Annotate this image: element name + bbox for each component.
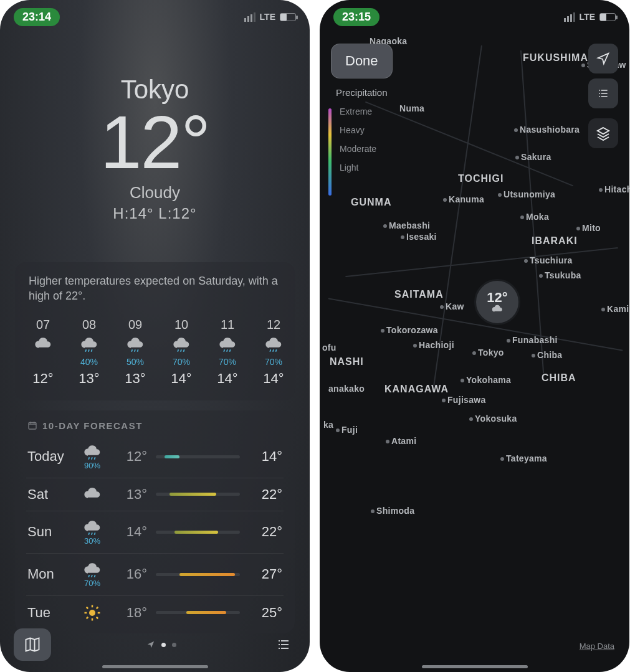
done-button[interactable]: Done [331,44,393,78]
map-city-label[interactable]: Kamisu [601,304,629,314]
weather-app-screen: 23:14 LTE Tokyo 12° Cloudy H:14° L:12° H… [0,0,310,672]
precip-prob: 50% [126,357,144,367]
map-city-label[interactable]: CHIBA [542,372,576,384]
map-city-label[interactable]: Shimoda [371,506,414,516]
location-temp-bubble[interactable]: 12° [474,279,520,325]
list-button[interactable] [271,632,296,657]
map-city-label[interactable]: Hitachi [599,184,629,194]
city-pin-icon [576,227,580,230]
map-city-label[interactable]: FUKUSHIMA [523,52,588,64]
map-city-label[interactable]: Sakura [515,152,551,162]
map-city-label[interactable]: Atami [386,436,416,446]
map-city-label[interactable]: KANAGAWA [384,384,449,395]
bottom-bar [0,628,310,661]
page-dots[interactable] [146,640,176,649]
map-city-label[interactable]: IBARAKI [532,235,578,247]
map-city-label[interactable]: Fuji [336,425,358,435]
forecast-day: Sun [27,524,71,540]
hourly-card[interactable]: Higher temperatures expected on Saturday… [15,262,295,400]
map-city-label[interactable]: Fujisawa [442,395,486,405]
map-city-label[interactable]: Isesaki [401,232,437,242]
forecast-day: Mon [27,566,71,582]
locate-button[interactable] [588,44,618,73]
map-city-label[interactable]: NASHI [330,356,364,367]
hour-cell[interactable]: 07 12° [27,318,59,387]
home-indicator[interactable] [422,665,528,668]
precip-prob: 70% [173,357,190,367]
map-city-label[interactable]: TOCHIGI [458,173,504,184]
map-city-label[interactable]: Nasushiobara [514,125,580,135]
map-city-label[interactable]: Kanuma [443,194,484,204]
hour-temp: 13° [79,371,99,387]
legend-gradient [328,108,332,196]
forecast-row[interactable]: Tue 18° 25° [26,595,284,630]
temp-range-bar [156,493,240,496]
forecast-card[interactable]: 10-DAY FORECAST Today 90% 12° 14°Sat 13°… [15,410,295,633]
map-city-label[interactable]: Tsukuba [539,270,581,280]
map-city-label[interactable]: Utsunomiya [498,189,555,199]
weather-hero: Tokyo 12° Cloudy H:14° L:12° [0,0,310,222]
map-city-label[interactable]: Tsuchiura [524,255,573,265]
map-city-label[interactable]: Numa [399,103,424,113]
cloud-rain-icon [264,336,284,353]
forecast-row[interactable]: Today 90% 12° 14° [26,436,284,478]
forecast-row[interactable]: Sun 30% 14° 22° [26,511,284,553]
map-city-label[interactable]: Tokyo [472,348,504,357]
forecast-row[interactable]: Mon 70% 16° 27° [26,553,284,595]
map-city-label[interactable]: Mito [576,223,601,233]
legend-level: Heavy [340,125,365,135]
hour-cell[interactable]: 11 70% 14° [212,318,243,387]
map-city-label[interactable]: Chiba [532,350,562,360]
map-city-label[interactable]: Hachioji [413,340,454,350]
hour-label: 12 [267,318,280,332]
status-time-pill[interactable]: 23:15 [333,8,379,26]
map-city-label[interactable]: GUNMA [351,197,391,208]
map-city-label[interactable]: Maebashi [383,220,430,230]
map-data-link[interactable]: Map Data [580,641,614,651]
map-city-label[interactable]: Moka [520,212,549,222]
city-pin-icon [601,308,605,311]
map-city-label[interactable]: Kaw [440,301,464,311]
map-city-label[interactable]: Tokorozawa [381,325,438,335]
legend-level: Moderate [340,144,376,154]
map-city-label[interactable]: Funabashi [507,335,558,345]
map-city-label[interactable]: Yokosuka [469,414,517,424]
statusbar: 23:14 LTE [0,7,310,26]
hour-cell[interactable]: 12 70% 14° [258,318,284,387]
map-city-label[interactable]: SAITAMA [394,289,444,300]
precip-prob [42,357,44,367]
map-city-label[interactable]: Tateyama [500,453,547,463]
city-pin-icon [532,354,535,357]
forecast-high: 22° [249,486,282,503]
city-pin-icon [469,417,473,421]
network-label: LTE [260,12,275,22]
hour-cell[interactable]: 09 50% 13° [120,318,151,387]
map-city-label[interactable]: ka [323,420,333,430]
map-city-label[interactable]: anakako [328,384,365,394]
weather-map-screen: 23:15 LTE Done Precipitation Extreme Hea… [320,0,629,672]
hourly-row[interactable]: 07 12°08 40% 13°09 50% 13°10 70% 14°11 7… [26,318,284,387]
forecast-day: Tue [27,605,71,621]
map-city-label[interactable]: ofu [322,343,336,353]
temp-range-bar [156,611,240,614]
map-button[interactable] [14,628,51,661]
precip-prob: 70% [84,579,100,588]
forecast-high: 25° [249,605,282,621]
hour-cell[interactable]: 08 40% 13° [74,318,105,387]
hour-cell[interactable]: 10 70% 14° [166,318,197,387]
city-pin-icon [507,339,510,343]
hour-temp: 14° [263,371,284,387]
hi-lo-label: H:14° L:12° [0,205,310,222]
layers-button[interactable] [588,118,618,148]
location-arrow-icon [146,640,155,649]
forecast-row[interactable]: Sat 13° 22° [26,478,284,511]
legend-level: Extreme [340,106,372,116]
layers-icon [596,126,611,141]
home-indicator[interactable] [102,665,208,668]
map-city-label[interactable]: Yokohama [461,375,511,385]
status-time-pill[interactable]: 23:14 [14,8,60,26]
legend-title: Precipitation [336,87,388,98]
precip-prob: 70% [265,357,282,367]
forecast-high: 14° [249,448,282,465]
list-button[interactable] [588,78,618,108]
